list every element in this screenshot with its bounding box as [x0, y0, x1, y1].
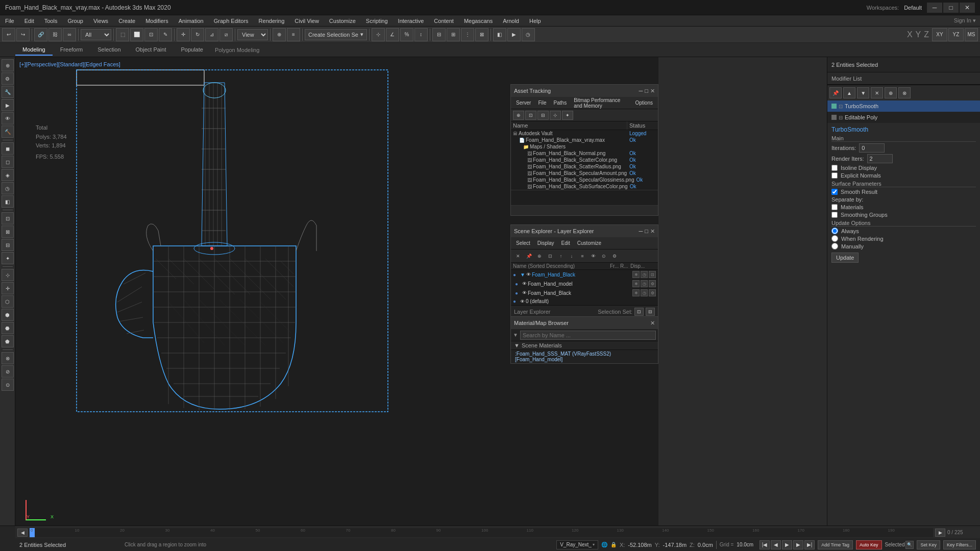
- menu-scripting[interactable]: Scripting: [361, 15, 393, 26]
- asset-row-maps[interactable]: 📁 Maps / Shaders: [511, 143, 658, 150]
- ts-manually-radio[interactable]: [831, 243, 838, 249]
- tab-object-paint[interactable]: Object Paint: [129, 44, 174, 56]
- layer-row-foam-black2[interactable]: ● 👁 Foam_Hand_Black ❄ ◷ ⚙: [511, 288, 658, 297]
- mod-ctrl-delete[interactable]: ✕: [871, 87, 883, 98]
- window-cross-button[interactable]: ⊡: [144, 28, 158, 41]
- ts-isoline-checkbox[interactable]: [831, 165, 838, 171]
- tab-selection[interactable]: Selection: [90, 44, 128, 56]
- align-button[interactable]: ≡: [287, 28, 300, 41]
- layer-foam-black-disp-icon[interactable]: ⊡: [649, 271, 656, 278]
- lt-tool12[interactable]: ⬡: [2, 295, 14, 308]
- asset-row-specular-amount[interactable]: 🖼 Foam_Hand_Black_SpecularAmount.png Ok: [511, 170, 658, 177]
- mod-ctrl-move-down[interactable]: ▼: [857, 87, 869, 98]
- modifier-editable-poly[interactable]: ⊟ Editable Poly: [827, 112, 980, 123]
- render-button[interactable]: ▶: [507, 28, 521, 41]
- asset-menu-options[interactable]: Options: [632, 97, 656, 109]
- layer-foam-black2-freeze-icon[interactable]: ❄: [632, 289, 640, 296]
- create-selection-dropdown-icon[interactable]: ▾: [360, 31, 363, 38]
- menu-views[interactable]: Views: [88, 15, 113, 26]
- layer-menu-display[interactable]: Display: [534, 237, 557, 249]
- menu-file[interactable]: File: [0, 15, 19, 26]
- lt-tool4[interactable]: ◷: [2, 182, 14, 194]
- timeline-playhead[interactable]: [30, 528, 35, 537]
- asset-menu-server[interactable]: Server: [513, 97, 534, 109]
- lt-tool2[interactable]: ◻: [2, 156, 14, 168]
- utilities-lt-btn[interactable]: 🔨: [2, 126, 14, 138]
- layer-menu-select[interactable]: Select: [513, 237, 533, 249]
- lt-tool17[interactable]: ⊘: [2, 365, 14, 378]
- bind-button[interactable]: ∞: [63, 28, 76, 41]
- auto-key-btn[interactable]: Auto Key: [856, 540, 882, 549]
- ts-render-iters-input[interactable]: [867, 154, 893, 163]
- menu-arnold[interactable]: Arnold: [498, 15, 524, 26]
- menu-tools[interactable]: Tools: [39, 15, 63, 26]
- xz-button[interactable]: YZ: [948, 28, 964, 41]
- lt-tool3[interactable]: ◈: [2, 169, 14, 181]
- lt-tool6[interactable]: ⊡: [2, 212, 14, 224]
- 3d-snap-button[interactable]: ⊹: [372, 28, 385, 41]
- paint-select-button[interactable]: ✎: [159, 28, 172, 41]
- layer-foam-black-render-icon[interactable]: ◷: [641, 271, 648, 278]
- rotate-button[interactable]: ↻: [191, 28, 204, 41]
- layer-row-foam-model[interactable]: ● 👁 Foam_Hand_model ❄ ◷ ⚙: [511, 279, 658, 288]
- layer-footer-btn1[interactable]: ⊡: [634, 308, 644, 316]
- spacing-button[interactable]: ⊠: [475, 28, 488, 41]
- layer-tb-move2[interactable]: ↓: [567, 252, 577, 261]
- layer-foam-model-disp-icon[interactable]: ⚙: [649, 280, 656, 287]
- asset-row-normal[interactable]: 🖼 Foam_Hand_Black_Normal.png Ok: [511, 150, 658, 157]
- undo-button[interactable]: ↩: [2, 28, 15, 41]
- menu-rendering[interactable]: Rendering: [254, 15, 290, 26]
- layer-row-default[interactable]: ● 👁 0 (default): [511, 297, 658, 305]
- menu-content[interactable]: Content: [429, 15, 459, 26]
- layer-menu-customize[interactable]: Customize: [574, 237, 604, 249]
- menu-graph-editors[interactable]: Graph Editors: [209, 15, 254, 26]
- mod-ctrl-pin[interactable]: 📌: [829, 87, 842, 98]
- asset-restore-btn[interactable]: □: [645, 88, 648, 94]
- scale-button[interactable]: ⊿: [205, 28, 218, 41]
- menu-megascans[interactable]: Megascans: [459, 15, 498, 26]
- display-lt-btn[interactable]: 👁: [2, 112, 14, 124]
- asset-close-btn[interactable]: ✕: [650, 88, 655, 94]
- mod-ctrl-move-up[interactable]: ▲: [843, 87, 855, 98]
- redo-button[interactable]: ↪: [16, 28, 30, 41]
- lt-tool18[interactable]: ⊙: [2, 379, 14, 391]
- ts-smoothing-groups-checkbox[interactable]: [831, 212, 838, 218]
- layer-tb-move[interactable]: ↑: [556, 252, 566, 261]
- asset-row-scatter-radius[interactable]: 🖼 Foam_Hand_Black_ScatterRadius.png Ok: [511, 163, 658, 170]
- asset-row-scatter-color[interactable]: 🖼 Foam_Hand_Black_ScatterColor.png Ok: [511, 157, 658, 163]
- menu-group[interactable]: Group: [62, 15, 88, 26]
- link-button[interactable]: 🔗: [34, 28, 47, 41]
- align2-button[interactable]: ⋮: [461, 28, 474, 41]
- layer-foam-black-expand-icon[interactable]: ▼: [520, 272, 525, 278]
- menu-help[interactable]: Help: [524, 15, 546, 26]
- material-close-btn[interactable]: ✕: [650, 320, 655, 327]
- lt-tool13[interactable]: ⬢: [2, 309, 14, 321]
- mod-ctrl-copy[interactable]: ⊕: [885, 87, 897, 98]
- asset-tb-btn2[interactable]: ⊡: [525, 111, 536, 120]
- maximize-button[interactable]: □: [943, 3, 959, 13]
- close-button[interactable]: ✕: [960, 3, 975, 13]
- layer-tb-vis[interactable]: 👁: [588, 252, 598, 261]
- asset-tb-btn1[interactable]: ⊕: [513, 111, 524, 120]
- pivot-button[interactable]: ⊕: [273, 28, 286, 41]
- menu-customize[interactable]: Customize: [324, 15, 361, 26]
- selected-search-btn[interactable]: 🔍: [905, 541, 914, 549]
- asset-row-vault[interactable]: 🏛 Autodesk Vault Logged: [511, 130, 658, 137]
- lt-tool14[interactable]: ⬣: [2, 322, 14, 334]
- menu-animation[interactable]: Animation: [174, 15, 209, 26]
- lt-tool15[interactable]: ⬟: [2, 335, 14, 347]
- material-row-foam-sss[interactable]: :Foam_Hand_SSS_MAT (VRayFastSSS2)[Foam_H…: [511, 350, 658, 363]
- render-scene-button[interactable]: ◷: [522, 28, 535, 41]
- layer-foam-model-freeze-icon[interactable]: ❄: [632, 280, 640, 287]
- layer-row-foam-black[interactable]: ● ▼ 👁 Foam_Hand_Black ❄ ◷ ⊡: [511, 270, 658, 279]
- layer-tb-render[interactable]: ⊙: [599, 252, 609, 261]
- layer-default-eye-icon[interactable]: 👁: [520, 299, 525, 304]
- create-selection-button[interactable]: Create Selection Se ▾: [305, 29, 367, 40]
- menu-interactive[interactable]: Interactive: [393, 15, 429, 26]
- tab-freeform[interactable]: Freeform: [53, 44, 90, 56]
- spinner-snap-button[interactable]: ↕: [414, 28, 428, 41]
- layer-tb-child[interactable]: ⊡: [545, 252, 555, 261]
- select-button[interactable]: ⬚: [116, 28, 129, 41]
- select-scale-button[interactable]: ⧄: [219, 28, 233, 41]
- ts-when-rendering-radio[interactable]: [831, 235, 838, 242]
